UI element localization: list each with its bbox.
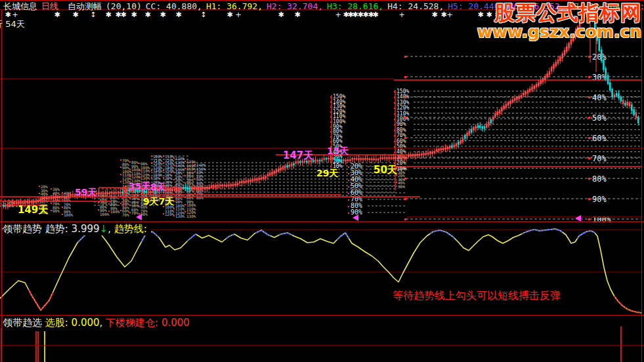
candle[interactable] xyxy=(503,106,505,110)
candle[interactable] xyxy=(425,153,427,155)
candle[interactable] xyxy=(39,198,41,200)
candle[interactable] xyxy=(63,196,65,198)
candle[interactable] xyxy=(200,188,202,190)
candle[interactable] xyxy=(566,47,568,52)
candle[interactable] xyxy=(564,50,566,55)
candle[interactable] xyxy=(291,164,293,167)
stock-name[interactable]: 长城信息 xyxy=(3,1,37,11)
panel1-indicator-name[interactable]: 领带趋势 xyxy=(3,223,42,235)
candle[interactable] xyxy=(328,157,330,159)
candle[interactable] xyxy=(202,188,204,190)
candle[interactable] xyxy=(252,179,254,181)
candle[interactable] xyxy=(20,201,22,203)
candle[interactable] xyxy=(113,192,115,194)
candle[interactable] xyxy=(438,149,440,151)
candle[interactable] xyxy=(395,157,397,159)
candle[interactable] xyxy=(479,125,481,128)
candle[interactable] xyxy=(399,157,401,159)
panel2-indicator-name[interactable]: 领带趋选 xyxy=(3,317,42,329)
candle[interactable] xyxy=(384,157,386,159)
candle[interactable] xyxy=(611,89,613,97)
candle[interactable] xyxy=(449,146,451,149)
candle[interactable] xyxy=(289,165,291,167)
candle[interactable] xyxy=(181,188,182,190)
candle[interactable] xyxy=(41,198,43,200)
candle[interactable] xyxy=(436,150,438,151)
candle[interactable] xyxy=(618,93,620,98)
candle[interactable] xyxy=(9,204,11,206)
candle[interactable] xyxy=(462,138,464,142)
candle[interactable] xyxy=(553,64,555,69)
candle[interactable] xyxy=(442,148,444,150)
candle[interactable] xyxy=(330,158,332,160)
candle[interactable] xyxy=(193,188,195,190)
candle[interactable] xyxy=(536,84,538,87)
candle[interactable] xyxy=(51,197,53,199)
candle[interactable] xyxy=(356,158,358,160)
candle[interactable] xyxy=(376,159,377,161)
candle[interactable] xyxy=(271,172,273,174)
candle[interactable] xyxy=(187,188,189,190)
candle[interactable] xyxy=(440,148,442,150)
candle[interactable] xyxy=(509,101,511,104)
candle[interactable] xyxy=(16,202,18,204)
candle[interactable] xyxy=(72,194,74,196)
candle[interactable] xyxy=(349,159,351,161)
candle[interactable] xyxy=(499,110,501,114)
candle[interactable] xyxy=(37,200,39,202)
candle[interactable] xyxy=(431,151,433,153)
candle[interactable] xyxy=(469,131,471,134)
candle[interactable] xyxy=(371,159,373,161)
candle[interactable] xyxy=(366,158,368,160)
candle[interactable] xyxy=(124,190,126,192)
candle[interactable] xyxy=(401,157,403,159)
candle[interactable] xyxy=(527,90,529,94)
candle[interactable] xyxy=(444,148,446,150)
candle[interactable] xyxy=(221,185,223,187)
candle[interactable] xyxy=(490,119,492,123)
candle[interactable] xyxy=(360,158,362,160)
candle[interactable] xyxy=(274,171,276,174)
candle[interactable] xyxy=(3,205,5,207)
candle[interactable] xyxy=(605,68,607,78)
candle[interactable] xyxy=(521,95,523,98)
candle[interactable] xyxy=(213,185,215,187)
candle[interactable] xyxy=(174,189,176,191)
candle[interactable] xyxy=(261,177,263,180)
candle[interactable] xyxy=(379,157,381,159)
candle[interactable] xyxy=(122,191,124,193)
candle[interactable] xyxy=(601,50,603,62)
watermark-url[interactable]: www.gszx.com.cn xyxy=(477,24,641,41)
candle[interactable] xyxy=(178,188,180,190)
candle[interactable] xyxy=(182,187,184,189)
candle[interactable] xyxy=(622,100,624,104)
candle[interactable] xyxy=(629,102,631,106)
candle[interactable] xyxy=(256,178,258,180)
candle[interactable] xyxy=(419,154,421,156)
candle[interactable] xyxy=(286,165,288,168)
candle[interactable] xyxy=(447,147,449,150)
candle[interactable] xyxy=(488,121,490,125)
candle[interactable] xyxy=(217,185,219,187)
candle[interactable] xyxy=(295,161,297,163)
candle[interactable] xyxy=(5,205,7,207)
candle[interactable] xyxy=(61,196,63,198)
candle[interactable] xyxy=(246,180,247,182)
candle[interactable] xyxy=(382,157,384,159)
candle[interactable] xyxy=(267,174,269,176)
indicator-name[interactable]: 自动测幅 xyxy=(68,1,102,11)
candle[interactable] xyxy=(481,127,483,129)
candle[interactable] xyxy=(276,170,278,172)
candle[interactable] xyxy=(317,160,319,162)
candle[interactable] xyxy=(98,193,100,195)
candle[interactable] xyxy=(557,60,559,64)
candle[interactable] xyxy=(111,192,113,194)
candle[interactable] xyxy=(429,152,431,154)
candle[interactable] xyxy=(614,94,616,97)
candle[interactable] xyxy=(236,183,238,185)
candle[interactable] xyxy=(373,159,375,161)
candle[interactable] xyxy=(492,117,494,121)
candle[interactable] xyxy=(633,109,635,115)
candle[interactable] xyxy=(471,129,473,132)
candle[interactable] xyxy=(54,197,56,199)
